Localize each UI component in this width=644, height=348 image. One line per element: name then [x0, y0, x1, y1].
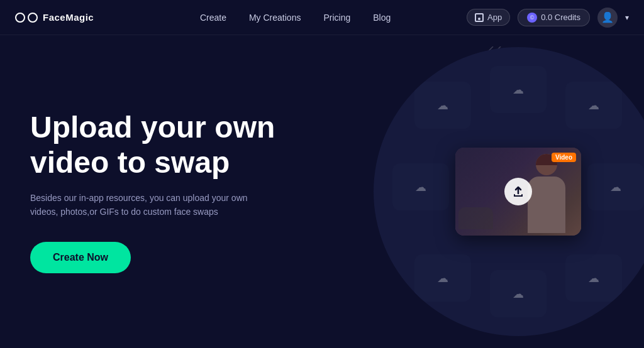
thumb-bot-left: ☁: [414, 254, 471, 302]
cloud-icon-1: ☁: [437, 99, 448, 112]
nav-right: App © 0.0 Credits 👤 ▾: [467, 8, 629, 28]
circle-visualization: ☁ ☁ ☁ ☁ ☁ ☁ ☁ ☁: [367, 41, 644, 342]
cloud-icon-8: ☁: [588, 271, 599, 285]
chevron-down-icon: ▾: [625, 13, 629, 22]
cloud-icon-2: ☁: [513, 83, 524, 97]
nav-link-pricing[interactable]: Pricing: [323, 13, 350, 23]
thumb-bot-center: ☁: [490, 270, 547, 317]
video-badge: Video: [552, 153, 576, 162]
nav-link-blog[interactable]: Blog: [373, 13, 391, 23]
upload-icon: [504, 178, 532, 205]
credits-label: 0.0 Credits: [541, 13, 580, 22]
thumb-mid-right: ☁: [587, 163, 644, 210]
hero-subtitle: Besides our in-app resources, you can up…: [30, 191, 269, 219]
logo-icon: [15, 13, 38, 23]
brand-name: FaceMagic: [43, 12, 94, 23]
nav-link-create[interactable]: Create: [200, 13, 226, 23]
thumb-bot-right: ☁: [565, 254, 622, 302]
thumb-top-left: ☁: [414, 82, 471, 129]
credits-icon: ©: [527, 13, 537, 23]
logo-circle-right: [28, 13, 38, 23]
big-circle: ☁ ☁ ☁ ☁ ☁ ☁ ☁ ☁: [374, 47, 644, 336]
create-now-button[interactable]: Create Now: [30, 242, 131, 273]
nav-link-my-creations[interactable]: My Creations: [249, 13, 301, 23]
avatar-button[interactable]: 👤: [597, 8, 618, 28]
avatar-icon: 👤: [601, 11, 614, 23]
cloud-icon-5: ☁: [610, 180, 621, 194]
thumb-mid-left: ☁: [392, 163, 449, 210]
navbar: FaceMagic Create My Creations Pricing Bl…: [0, 0, 644, 35]
center-video-card[interactable]: Video: [455, 148, 581, 236]
hero-title: Upload your own video to swap: [30, 110, 275, 179]
hero-section: Upload your own video to swap Besides ou…: [30, 110, 275, 273]
cloud-icon-4: ☁: [415, 180, 426, 194]
cloud-icon-3: ☁: [588, 99, 599, 112]
app-button[interactable]: App: [467, 9, 510, 26]
main-content: Upload your own video to swap Besides ou…: [0, 35, 644, 348]
cloud-icon-7: ☁: [513, 287, 524, 301]
thumb-top-right: ☁: [565, 82, 622, 129]
thumb-top-center: ☁: [490, 66, 547, 113]
app-label: App: [487, 13, 502, 22]
credits-button[interactable]: © 0.0 Credits: [518, 9, 590, 26]
nav-links: Create My Creations Pricing Blog: [124, 13, 467, 23]
cloud-icon-6: ☁: [437, 271, 448, 285]
phone-icon: [475, 13, 484, 22]
logo[interactable]: FaceMagic: [15, 12, 94, 23]
logo-circle-left: [15, 13, 25, 23]
